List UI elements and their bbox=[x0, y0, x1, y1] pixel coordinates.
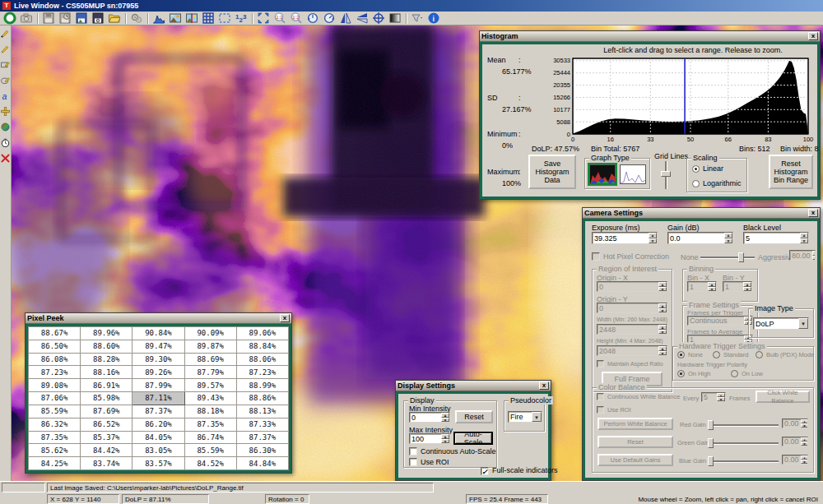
histogram-button[interactable] bbox=[151, 12, 167, 25]
hpc-slider[interactable] bbox=[700, 257, 755, 258]
red-gain-thumb[interactable] bbox=[708, 420, 714, 430]
fit-to-window-button[interactable] bbox=[255, 12, 272, 25]
display-settings-titlebar[interactable]: Display Settings x bbox=[396, 381, 551, 391]
filter-menu-button[interactable] bbox=[409, 12, 425, 25]
gain-field[interactable]: 0.0▲▼ bbox=[667, 232, 733, 244]
timer-button[interactable] bbox=[0, 137, 11, 148]
red-gain-slider[interactable] bbox=[709, 424, 779, 426]
save-sequence-icon bbox=[58, 12, 72, 25]
exposure-field[interactable]: 39.325▲▼ bbox=[592, 232, 658, 244]
click-white-balance-button[interactable]: Click White Balance bbox=[756, 391, 810, 403]
graph-type-line-icon[interactable] bbox=[620, 164, 646, 184]
close-icon[interactable]: x bbox=[808, 32, 818, 40]
save-image-button[interactable] bbox=[73, 12, 90, 25]
scale-bar-button[interactable] bbox=[387, 12, 403, 25]
trigger-none-radio[interactable]: None bbox=[677, 351, 703, 358]
display-use-roi-checkbox[interactable]: Use ROI bbox=[409, 458, 449, 466]
spinner[interactable]: ▲▼ bbox=[441, 434, 449, 443]
chevron-down-icon[interactable]: ▼ bbox=[798, 318, 808, 329]
image-type-dropdown[interactable]: DoLP▼ bbox=[753, 317, 809, 330]
trigger-bulb-radio[interactable]: Bulb (PDX) Mode bbox=[756, 351, 814, 358]
save-settings-button[interactable] bbox=[90, 12, 106, 25]
crosshair-overlay-button[interactable] bbox=[370, 12, 387, 25]
color-picker-button[interactable] bbox=[0, 122, 11, 132]
scaling-logarithmic-radio[interactable]: Logarithmic bbox=[692, 179, 742, 187]
spinner[interactable]: ▲▼ bbox=[441, 413, 449, 422]
origin-y-field: 0▲▼ bbox=[597, 303, 667, 313]
reset-gains-button[interactable]: Reset bbox=[597, 436, 673, 448]
draw-ellipse-button[interactable] bbox=[0, 75, 11, 86]
histogram-plot[interactable]: 0508810177152662035525444305330163350668… bbox=[533, 53, 815, 144]
scaling-linear-radio[interactable]: Linear bbox=[692, 164, 723, 173]
green-gain-thumb[interactable] bbox=[708, 438, 714, 448]
black-level-field[interactable]: 5▲▼ bbox=[743, 232, 809, 244]
continuous-wb-checkbox[interactable]: Continuous White Balance bbox=[597, 393, 680, 400]
polarity-high-radio[interactable]: On High bbox=[677, 370, 711, 377]
chevron-down-icon[interactable]: ▼ bbox=[532, 412, 542, 422]
grid-lines-slider-thumb[interactable] bbox=[661, 171, 671, 177]
zoom-100-button[interactable]: 1:1 bbox=[272, 12, 288, 25]
maintain-aspect-checkbox[interactable]: Maintain Aspect Ratio bbox=[597, 360, 663, 368]
pixel-peek-row: 86.32%86.52%86.20%87.35%87.33% bbox=[29, 418, 289, 431]
draw-text-button[interactable]: a bbox=[0, 90, 11, 101]
hot-pixel-correction-checkbox[interactable]: Hot Pixel Correction bbox=[592, 252, 669, 261]
flip-vertical-button[interactable] bbox=[337, 12, 354, 25]
acquisition-settings-button[interactable] bbox=[128, 12, 145, 25]
pseudocolor-dropdown[interactable]: Fire▼ bbox=[508, 411, 542, 423]
reset-button[interactable]: Reset bbox=[455, 410, 493, 423]
reset-histogram-bin-range-button[interactable]: Reset Histogram Bin Range bbox=[769, 155, 813, 189]
draw-point-button[interactable] bbox=[0, 28, 11, 39]
trigger-group: Hardware Trigger Settings None Standard … bbox=[672, 346, 814, 381]
zoom-50-button[interactable]: 1:2 bbox=[288, 12, 305, 25]
info-button[interactable]: i bbox=[425, 12, 442, 25]
app-title: Live Window - CS505MUP sn:07955 bbox=[14, 2, 138, 10]
trigger-standard-radio[interactable]: Standard bbox=[713, 351, 748, 358]
draw-line-button[interactable] bbox=[0, 44, 11, 54]
blue-gain-thumb[interactable] bbox=[708, 456, 714, 466]
spinner[interactable]: ▲▼ bbox=[724, 233, 732, 243]
fullscale-indicators-checkbox[interactable]: ✓Full-scale indicators bbox=[481, 466, 558, 475]
grid-overlay-button[interactable] bbox=[200, 12, 216, 25]
use-default-gains-button[interactable]: Use Default Gains bbox=[597, 454, 673, 466]
draw-rectangle-icon bbox=[0, 59, 11, 70]
close-icon[interactable]: x bbox=[280, 314, 290, 322]
draw-rectangle-button[interactable] bbox=[0, 59, 11, 70]
display-settings-button[interactable] bbox=[167, 12, 184, 25]
blue-gain-slider[interactable] bbox=[709, 460, 779, 462]
green-gain-slider[interactable] bbox=[709, 442, 779, 444]
hpc-slider-thumb[interactable] bbox=[738, 252, 744, 262]
auto-scale-button[interactable]: Auto-Scale bbox=[453, 432, 493, 445]
image-compare-button[interactable] bbox=[184, 12, 200, 25]
graph-type-filled-icon[interactable] bbox=[589, 164, 616, 184]
pixel-peek-titlebar[interactable]: Pixel Peek x bbox=[26, 313, 291, 324]
spinner[interactable]: ▲▼ bbox=[800, 233, 808, 243]
grid-lines-slider[interactable] bbox=[665, 161, 667, 189]
camera-settings-titlebar[interactable]: Camera Settings x bbox=[583, 208, 820, 219]
roi-select-button[interactable] bbox=[216, 12, 233, 25]
continuous-autoscale-checkbox[interactable]: Continuous Auto-Scale bbox=[409, 447, 496, 455]
polarity-low-radio[interactable]: On Low bbox=[731, 370, 763, 377]
perform-white-balance-button[interactable]: Perform White Balance bbox=[597, 418, 673, 430]
use-roi-checkbox[interactable]: Use ROI bbox=[597, 406, 631, 414]
measure-button[interactable] bbox=[0, 106, 11, 117]
rotate-cw-button[interactable] bbox=[321, 12, 337, 25]
pixel-value-cell: 88.69% bbox=[184, 353, 236, 366]
save-sequence-button[interactable] bbox=[57, 12, 73, 25]
app-titlebar[interactable]: T Live Window - CS505MUP sn:07955 bbox=[0, 0, 823, 12]
min-intensity-field[interactable]: 0▲▼ bbox=[409, 412, 450, 423]
snapshot-button[interactable] bbox=[18, 12, 35, 25]
pixel-peek-button[interactable]: 123 bbox=[233, 12, 249, 25]
live-view-button[interactable] bbox=[2, 12, 18, 25]
histogram-titlebar[interactable]: Histogram x bbox=[480, 31, 820, 42]
delete-annotations-button[interactable] bbox=[0, 153, 11, 164]
rotate-ccw-button[interactable] bbox=[305, 12, 321, 25]
open-image-button[interactable] bbox=[106, 12, 123, 25]
max-intensity-field[interactable]: 100▲▼ bbox=[409, 433, 450, 444]
pixel-value-cell: 87.37% bbox=[236, 431, 288, 444]
close-icon[interactable]: x bbox=[539, 381, 549, 390]
save-histogram-data-button[interactable]: Save Histogram Data bbox=[528, 155, 576, 189]
save-button[interactable] bbox=[40, 12, 57, 25]
close-icon[interactable]: x bbox=[808, 209, 818, 217]
flip-horizontal-button[interactable] bbox=[354, 12, 370, 25]
spinner[interactable]: ▲▼ bbox=[649, 233, 657, 243]
